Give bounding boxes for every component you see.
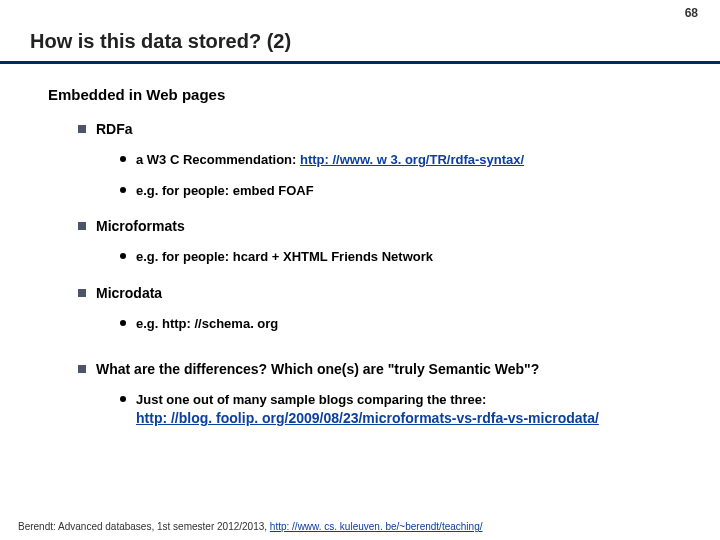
square-bullet-icon <box>78 125 86 133</box>
page-number: 68 <box>685 6 698 20</box>
square-bullet-icon <box>78 365 86 373</box>
dot-bullet-icon <box>120 320 126 326</box>
subitem-prefix: a W3 C Recommendation: <box>136 152 300 167</box>
footer-link[interactable]: http: //www. cs. kuleuven. be/~berendt/t… <box>270 521 483 532</box>
list-item: What are the differences? Which one(s) a… <box>48 361 702 377</box>
list-subitem: e.g. http: //schema. org <box>48 315 702 333</box>
dot-bullet-icon <box>120 396 126 402</box>
list-item-label: Microformats <box>96 218 185 234</box>
footer-text: Berendt: Advanced databases, 1st semeste… <box>18 521 270 532</box>
list-subitem: a W3 C Recommendation: http: //www. w 3.… <box>48 151 702 169</box>
list-item-label: What are the differences? Which one(s) a… <box>96 361 539 377</box>
list-subitem: Just one out of many sample blogs compar… <box>48 391 702 427</box>
list-subitem-text: e.g. for people: embed FOAF <box>136 182 314 200</box>
list-subitem: e.g. for people: hcard + XHTML Friends N… <box>48 248 702 266</box>
list-item: RDFa <box>48 121 702 137</box>
square-bullet-icon <box>78 222 86 230</box>
dot-bullet-icon <box>120 253 126 259</box>
subitem-link[interactable]: http: //www. w 3. org/TR/rdfa-syntax/ <box>300 152 524 167</box>
subitem-link[interactable]: http: //blog. foolip. org/2009/08/23/mic… <box>136 410 599 426</box>
square-bullet-icon <box>78 289 86 297</box>
dot-bullet-icon <box>120 156 126 162</box>
subitem-prefix: Just one out of many sample blogs compar… <box>136 392 486 407</box>
section-heading: Embedded in Web pages <box>48 86 702 103</box>
content-area: Embedded in Web pages RDFa a W3 C Recomm… <box>0 86 720 428</box>
list-item-label: RDFa <box>96 121 133 137</box>
list-subitem-text: e.g. for people: hcard + XHTML Friends N… <box>136 248 433 266</box>
title-rule <box>0 61 720 64</box>
list-item-label: Microdata <box>96 285 162 301</box>
list-subitem-text: Just one out of many sample blogs compar… <box>136 391 599 427</box>
list-subitem-text: e.g. http: //schema. org <box>136 315 278 333</box>
list-subitem-text: a W3 C Recommendation: http: //www. w 3.… <box>136 151 524 169</box>
dot-bullet-icon <box>120 187 126 193</box>
list-item: Microdata <box>48 285 702 301</box>
list-item: Microformats <box>48 218 702 234</box>
list-subitem: e.g. for people: embed FOAF <box>48 182 702 200</box>
footer: Berendt: Advanced databases, 1st semeste… <box>18 521 702 532</box>
slide-title: How is this data stored? (2) <box>0 0 720 61</box>
